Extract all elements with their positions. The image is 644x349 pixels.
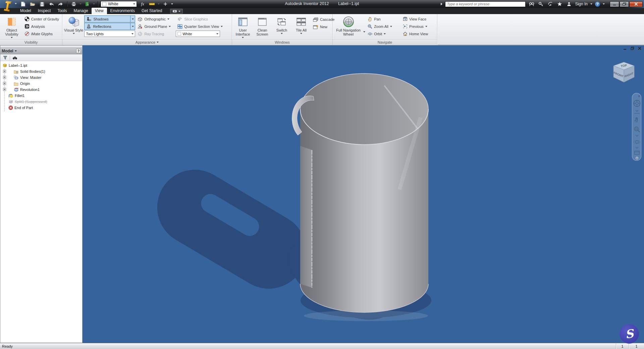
navbar-wheel-caret-icon[interactable] <box>636 110 638 111</box>
pan-button[interactable]: Pan <box>366 15 400 22</box>
expand-plus-icon[interactable] <box>3 76 6 79</box>
viewport-color-combobox[interactable]: White <box>176 31 220 37</box>
tab-model[interactable]: Model <box>17 8 35 14</box>
tree-item-origin[interactable]: Origin <box>0 81 82 87</box>
undo-button[interactable] <box>48 1 55 7</box>
tile-all-button[interactable]: Tile All <box>292 15 311 39</box>
reflections-caret-button[interactable] <box>130 23 135 30</box>
panel-label-windows[interactable]: Windows <box>232 39 332 45</box>
browser-filter-button[interactable] <box>2 55 8 60</box>
material-button[interactable] <box>84 1 91 7</box>
tab-environments[interactable]: Environments <box>107 8 138 14</box>
application-menu-caret-icon[interactable] <box>15 3 17 4</box>
save-button[interactable] <box>38 1 46 7</box>
tab-manage[interactable]: Manage <box>70 8 91 14</box>
print-caret-icon[interactable] <box>79 3 82 5</box>
navbar-close-icon[interactable] <box>638 95 640 97</box>
label-cylinder-model[interactable] <box>292 73 428 312</box>
browser-find-button[interactable] <box>11 55 18 60</box>
measure-caret-icon[interactable] <box>158 3 160 5</box>
application-menu-button[interactable] <box>1 0 14 13</box>
new-file-button[interactable] <box>19 1 27 7</box>
communication-center-icon[interactable] <box>547 1 554 7</box>
browser-title-dropdown[interactable]: Model <box>2 49 17 53</box>
view-face-button[interactable]: View Face <box>401 15 436 22</box>
favorites-star-icon[interactable] <box>556 1 563 7</box>
object-visibility-button[interactable]: Object Visibility <box>1 15 22 39</box>
parameters-fx-button[interactable]: fx <box>139 1 146 7</box>
full-navigation-wheel-button[interactable]: Full Navigation Wheel <box>334 15 363 39</box>
close-button[interactable] <box>629 1 643 7</box>
tree-item-end-of-part[interactable]: End of Part <box>0 105 82 111</box>
search-expander-icon[interactable] <box>441 3 442 5</box>
navbar-zoom-icon[interactable] <box>635 127 640 132</box>
switch-windows-button[interactable]: Switch <box>272 15 291 39</box>
full-navigation-wheel-caret-icon[interactable] <box>363 31 365 33</box>
measure-button[interactable] <box>148 1 156 7</box>
help-icon[interactable]: ? <box>595 2 600 7</box>
navbar-pan-icon[interactable] <box>635 117 638 122</box>
sign-in-caret-icon[interactable] <box>590 3 592 5</box>
search-icon[interactable] <box>528 1 535 7</box>
tab-inspect[interactable]: Inspect <box>35 8 54 14</box>
print-button[interactable] <box>70 1 77 7</box>
tree-item-revolution1[interactable]: Revolution1 <box>0 87 82 93</box>
document-minimize-button[interactable] <box>623 46 627 50</box>
qat-customize-caret-icon[interactable] <box>171 3 173 5</box>
analysis-button[interactable]: Analysis <box>23 23 61 30</box>
panel-label-visibility[interactable]: Visibility <box>0 39 62 45</box>
browser-help-button[interactable]: ? <box>76 49 81 53</box>
previous-view-button[interactable]: Previous <box>401 23 436 30</box>
viewport-3d[interactable]: TOP FRONT RIGHT <box>83 45 644 343</box>
ray-tracing-button[interactable]: Ray Tracing <box>136 30 175 37</box>
navbar-orbit-icon[interactable] <box>634 141 640 144</box>
navbar-more-icon[interactable] <box>635 156 639 160</box>
browser-grip[interactable] <box>0 46 82 48</box>
user-icon[interactable] <box>566 1 573 7</box>
document-close-button[interactable] <box>637 46 642 50</box>
color-override-combobox[interactable]: White <box>101 1 137 7</box>
home-view-button[interactable]: Home View <box>401 30 436 37</box>
tree-item-part-root[interactable]: Label--1.ipt <box>0 62 82 68</box>
subscription-key-icon[interactable] <box>538 1 544 7</box>
viewcube[interactable]: TOP FRONT RIGHT <box>611 59 637 86</box>
ground-plane-button[interactable]: Ground Plane <box>136 23 175 30</box>
document-restore-button[interactable] <box>630 46 635 50</box>
add-command-button[interactable] <box>162 1 169 7</box>
quarter-section-view-button[interactable]: Quarter Section View <box>176 23 230 30</box>
expand-plus-icon[interactable] <box>3 82 6 85</box>
tab-get-started[interactable]: Get Started <box>138 8 165 14</box>
imate-glyphs-button[interactable]: iMate Glyphs <box>23 30 61 37</box>
expand-plus-icon[interactable] <box>3 70 6 73</box>
screen-recorder-badge[interactable]: S <box>620 324 639 344</box>
clean-screen-button[interactable]: Clean Screen <box>253 15 272 39</box>
zoom-all-button[interactable]: Zoom All <box>366 23 400 30</box>
ribbon-display-options-button[interactable] <box>170 9 183 14</box>
orbit-button[interactable]: Orbit <box>366 30 400 37</box>
user-interface-button[interactable]: User Interface <box>233 15 252 39</box>
lights-combobox[interactable]: Two Lights <box>84 31 135 37</box>
tree-item-view-master[interactable]: View: Master <box>0 74 82 81</box>
navigation-bar[interactable] <box>632 93 641 161</box>
visual-style-button[interactable]: Visual Style <box>64 15 84 39</box>
reflections-button[interactable]: Reflections <box>84 23 130 30</box>
restore-button[interactable] <box>620 1 629 7</box>
search-input[interactable] <box>445 2 525 7</box>
navbar-view-face-icon[interactable] <box>635 151 639 154</box>
tree-item-solid-bodies[interactable]: Solid Bodies(1) <box>0 68 82 74</box>
orthographic-button[interactable]: Orthographic <box>136 15 175 22</box>
tree-item-fillet1[interactable]: Fillet1 <box>0 93 82 99</box>
redo-button[interactable] <box>57 1 64 7</box>
navbar-zoom-caret-icon[interactable] <box>636 135 638 136</box>
shadows-caret-button[interactable] <box>130 15 135 22</box>
sign-in-link[interactable]: Sign In <box>575 2 588 6</box>
center-of-gravity-button[interactable]: Center of Gravity <box>23 15 61 22</box>
navbar-orbit-caret-icon[interactable] <box>636 147 638 148</box>
shadows-button[interactable]: Shadows <box>84 15 130 22</box>
material-caret-icon[interactable] <box>93 3 95 5</box>
navbar-steering-wheel-icon[interactable] <box>634 100 640 107</box>
expand-plus-icon[interactable] <box>3 88 6 91</box>
help-caret-icon[interactable] <box>603 3 605 5</box>
tab-tools[interactable]: Tools <box>54 8 70 14</box>
minimize-button[interactable] <box>610 1 619 7</box>
